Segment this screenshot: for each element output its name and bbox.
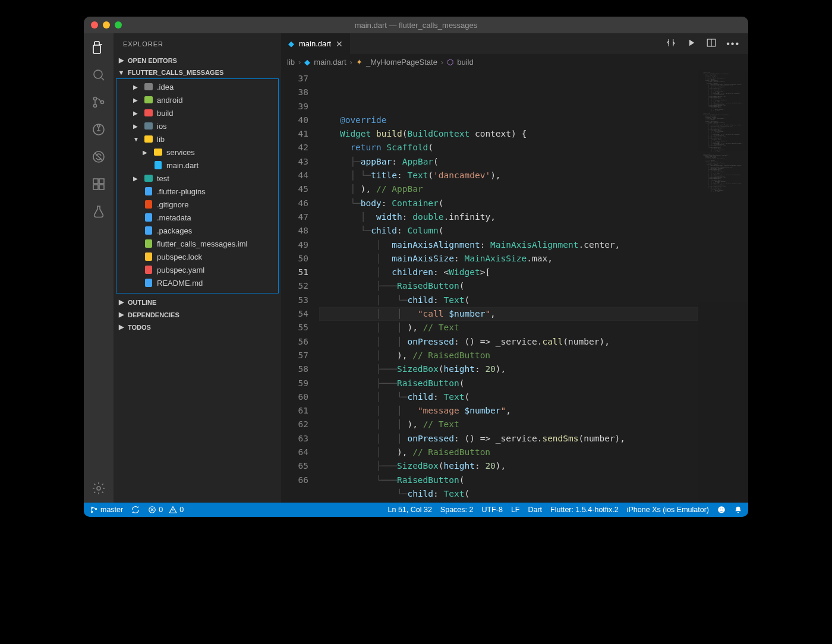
code-line[interactable]: │ mainAxisSize: MainAxisSize.max, [319,252,698,266]
language-mode[interactable]: Dart [528,506,542,514]
tree-item-label: .gitignore [157,200,188,209]
compare-icon[interactable] [666,37,676,50]
file-README.md[interactable]: README.md [116,276,278,289]
breadcrumb-class[interactable]: _MyHomePageState [366,58,437,67]
folder-services[interactable]: ▶services [116,146,278,159]
breadcrumbs[interactable]: lib › ◆ main.dart › ✦ _MyHomePageState ›… [281,54,748,70]
test-icon[interactable] [90,203,107,220]
file-main.dart[interactable]: main.dart [116,159,278,172]
debug-icon[interactable] [90,121,107,138]
breadcrumb-file[interactable]: main.dart [314,58,346,67]
cursor-position[interactable]: Ln 51, Col 32 [388,506,432,514]
code-line[interactable]: Widget build(BuildContext context) { [319,127,698,141]
svg-point-2 [94,105,97,108]
flutter-version[interactable]: Flutter: 1.5.4-hotfix.2 [550,506,619,514]
svg-rect-8 [93,185,98,190]
folder-ios[interactable]: ▶ios [116,119,278,132]
titlebar[interactable]: main.dart — flutter_calls_messages [84,17,748,33]
section-dependencies[interactable]: ▶DEPENDENCIES [114,308,281,321]
section-open-editors[interactable]: ▶OPEN EDITORS [114,54,281,67]
file-.packages[interactable]: .packages [116,224,278,237]
code-line[interactable]: └─child: Text( [319,487,698,501]
code-line[interactable]: ├───RaisedButton( [319,279,698,293]
file-pubspec.yaml[interactable]: pubspec.yaml [116,263,278,276]
file-icon [153,160,163,170]
folder-test[interactable]: ▶test [116,172,278,185]
close-tab-icon[interactable]: ✕ [336,39,343,49]
bell-icon[interactable] [734,506,742,514]
code-line[interactable]: │ └─child: Text( [319,390,698,404]
folder-.idea[interactable]: ▶.idea [116,80,278,93]
section-project[interactable]: ▼FLUTTER_CALLS_MESSAGES [114,67,281,78]
extensions-icon[interactable] [90,176,107,192]
code-line[interactable]: ├───SizedBox(height: 20), [319,459,698,473]
code-line[interactable]: │ mainAxisAlignment: MainAxisAlignment.c… [319,238,698,252]
search-icon[interactable] [90,67,107,83]
encoding[interactable]: UTF-8 [481,506,502,514]
code-line[interactable]: └───RaisedButton( [319,473,698,487]
device-selector[interactable]: iPhone Xs (ios Emulator) [627,506,709,514]
breadcrumb-method[interactable]: build [457,58,473,67]
tab-main-dart[interactable]: ◆ main.dart ✕ [281,33,351,54]
code-line[interactable]: │ children: <Widget>[ [319,266,698,279]
problems[interactable]: 0 0 [148,506,184,514]
sync-button[interactable] [131,506,140,514]
eol[interactable]: LF [511,506,520,514]
code-line[interactable]: │ │ "message $number", [319,404,698,418]
code-line[interactable]: │ └─child: Text( [319,293,698,307]
folder-build[interactable]: ▶build [116,106,278,119]
code-line[interactable]: │ └─title: Text('dancamdev'), [319,169,698,182]
folder-android[interactable]: ▶android [116,93,278,106]
code-line[interactable]: │ │ onPressed: () => _service.call(numbe… [319,335,698,349]
code-line[interactable]: │ │ "call $number", [319,307,698,321]
file-.metadata[interactable]: .metadata [116,211,278,224]
error-count: 0 [159,506,163,514]
svg-rect-7 [93,179,98,184]
folder-icon [153,147,163,157]
code-line[interactable]: └─body: Container( [319,197,698,210]
settings-icon[interactable] [90,480,107,497]
more-icon[interactable]: ••• [726,39,740,49]
code-line[interactable]: │ │ ), // Text [319,321,698,334]
code-line[interactable]: │ ), // AppBar [319,182,698,196]
explorer-icon[interactable] [90,39,107,56]
code-content[interactable]: 💡 @override Widget build(BuildContext co… [319,70,698,503]
code-line[interactable]: │ │ onPressed: () => _service.sendSms(nu… [319,432,698,446]
split-editor-icon[interactable] [706,37,717,50]
code-line[interactable]: @override [319,113,698,127]
section-todos[interactable]: ▶TODOS [114,321,281,333]
code-line[interactable]: │ width: double.infinity, [319,210,698,224]
tree-item-label: test [157,174,169,183]
text-editor[interactable]: 3738394041424344454647484950515253545556… [281,70,748,503]
run-icon[interactable] [686,37,697,50]
indent[interactable]: Spaces: 2 [440,506,474,514]
file-pubspec.lock[interactable]: pubspec.lock [116,250,278,263]
file-.gitignore[interactable]: .gitignore [116,198,278,211]
svg-rect-9 [99,185,104,190]
folder-lib[interactable]: ▼lib [116,132,278,146]
tab-label: main.dart [299,39,331,48]
code-line[interactable]: │ │ ), // Text [319,418,698,431]
file-.flutter-plugins[interactable]: .flutter-plugins [116,185,278,198]
chevron-icon: ▶ [133,97,140,103]
git-branch[interactable]: master [90,506,123,514]
code-line[interactable]: │ ), // RaisedButton [319,446,698,459]
code-line[interactable]: ├───SizedBox(height: 20), [319,362,698,376]
method-icon: ⬡ [447,58,453,67]
feedback-icon[interactable] [717,506,726,514]
code-line[interactable]: ├───RaisedButton( [319,377,698,390]
chevron-icon: ▶ [143,149,150,156]
sidebar-title: EXPLORER [114,33,281,54]
minimap[interactable]: @override Widget build(BuildContext cont… [698,70,748,503]
file-flutter_calls_messages.iml[interactable]: flutter_calls_messages.iml [116,237,278,250]
chevron-icon: ▼ [133,136,140,143]
code-line[interactable]: ├─appBar: AppBar( [319,155,698,169]
code-line[interactable]: │ "email $email", [319,501,698,503]
source-control-icon[interactable] [90,94,107,111]
breadcrumb-folder[interactable]: lib [287,58,295,67]
code-line[interactable]: return Scaffold( [319,141,698,154]
code-line[interactable]: └─child: Column( [319,224,698,238]
code-line[interactable]: │ ), // RaisedButton [319,349,698,362]
section-outline[interactable]: ▶OUTLINE [114,296,281,308]
bug-off-icon[interactable] [90,149,107,165]
